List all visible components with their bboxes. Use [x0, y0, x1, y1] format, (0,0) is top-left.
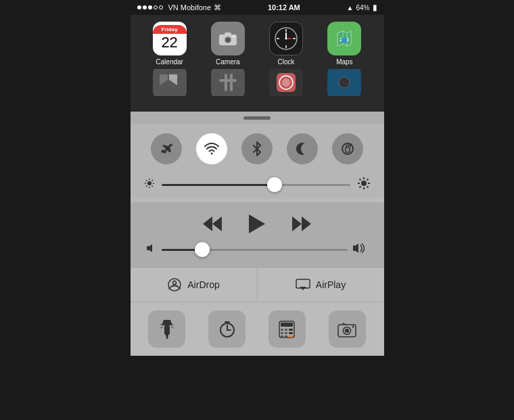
media-controls: [144, 209, 371, 239]
flashlight-button[interactable]: [148, 310, 185, 348]
partial-app-row: [131, 69, 384, 96]
svg-line-64: [160, 324, 162, 325]
partial-icon-2: [211, 69, 245, 96]
control-center: AirDrop AirPlay: [131, 124, 384, 356]
wifi-status-icon: ⌘: [214, 3, 221, 12]
cal-day: Friday: [153, 25, 187, 34]
do-not-disturb-button[interactable]: [287, 133, 318, 164]
svg-rect-81: [289, 335, 293, 337]
rewind-button[interactable]: [203, 216, 222, 231]
app-item-maps[interactable]: 280 Maps: [324, 22, 365, 66]
svg-rect-21: [230, 74, 233, 91]
brightness-row: [131, 171, 384, 198]
play-button[interactable]: [249, 214, 265, 233]
svg-marker-18: [160, 74, 168, 85]
airplane-mode-button[interactable]: [151, 133, 182, 164]
svg-marker-49: [203, 216, 212, 231]
calendar-icon: Friday 22: [153, 22, 187, 55]
dot2: [143, 5, 147, 9]
volume-high-icon: [353, 243, 368, 256]
svg-rect-76: [281, 332, 283, 334]
svg-rect-74: [285, 329, 287, 331]
svg-marker-52: [302, 216, 311, 231]
svg-rect-20: [225, 74, 227, 91]
clock-icon: [269, 22, 303, 55]
clock-label: Clock: [278, 58, 295, 66]
svg-rect-19: [219, 79, 237, 82]
app-item-clock[interactable]: Clock: [266, 22, 306, 66]
dot1: [137, 5, 141, 9]
maps-label: Maps: [336, 58, 352, 66]
svg-marker-53: [147, 244, 152, 252]
status-right: ▲ 64% ▮: [347, 3, 377, 12]
svg-point-24: [282, 78, 290, 87]
location-icon: ▲: [347, 4, 354, 11]
app-item-camera[interactable]: Camera: [208, 22, 248, 66]
brightness-track[interactable]: [162, 184, 350, 186]
svg-line-36: [151, 186, 153, 187]
media-section: [131, 202, 384, 267]
airplay-label: AirPlay: [316, 279, 346, 290]
maps-icon: 280: [327, 22, 361, 55]
phone-screen: VN Mobifone ⌘ 10:12 AM ▲ 64% ▮ Friday 22…: [131, 0, 384, 420]
wifi-button[interactable]: [196, 133, 227, 164]
app-icons-row: Friday 22 Calendar Camera: [131, 15, 384, 69]
svg-marker-59: [162, 320, 172, 325]
status-bar: VN Mobifone ⌘ 10:12 AM ▲ 64% ▮: [131, 0, 384, 15]
svg-rect-77: [285, 332, 287, 334]
svg-point-2: [225, 38, 230, 43]
svg-point-84: [345, 329, 349, 333]
svg-rect-80: [285, 335, 287, 337]
battery-percent: 64%: [356, 4, 369, 11]
airplay-icon: [296, 279, 310, 291]
fastforward-button[interactable]: [292, 216, 311, 231]
partial-icon-1: [153, 69, 187, 96]
camera-icon: [211, 22, 245, 55]
bluetooth-button[interactable]: [241, 133, 273, 164]
airplay-button[interactable]: AirPlay: [258, 268, 384, 302]
volume-thumb[interactable]: [195, 242, 210, 257]
svg-point-30: [147, 181, 151, 185]
svg-point-27: [211, 153, 213, 155]
status-left: VN Mobifone ⌘: [137, 3, 222, 12]
dot3: [148, 5, 152, 9]
svg-point-26: [339, 77, 350, 88]
carrier-name: VN Mobifone: [168, 3, 212, 11]
camera-shortcut-button[interactable]: [329, 310, 366, 348]
cal-date: 22: [161, 34, 177, 51]
svg-marker-51: [292, 216, 302, 231]
svg-rect-79: [281, 335, 283, 337]
airdrop-button[interactable]: AirDrop: [131, 268, 258, 302]
volume-track[interactable]: [162, 249, 348, 251]
rotation-lock-button[interactable]: [332, 133, 363, 164]
svg-line-45: [367, 187, 368, 188]
svg-line-65: [172, 324, 174, 325]
svg-line-47: [359, 187, 360, 188]
calculator-button[interactable]: [268, 310, 306, 348]
signal-dots: [137, 5, 163, 9]
svg-rect-72: [281, 323, 293, 327]
svg-marker-61: [166, 335, 168, 339]
svg-marker-54: [353, 243, 358, 253]
svg-line-44: [359, 179, 360, 181]
pull-handle-area[interactable]: [131, 112, 384, 124]
app-item-calendar[interactable]: Friday 22 Calendar: [149, 22, 190, 66]
app-screen: VN Mobifone ⌘ 10:12 AM ▲ 64% ▮ Friday 22…: [131, 0, 384, 112]
brightness-high-icon: [357, 177, 371, 193]
svg-point-4: [233, 36, 235, 38]
calendar-label: Calendar: [156, 58, 183, 66]
svg-line-37: [151, 180, 153, 181]
bottom-toolbar: [131, 302, 384, 356]
svg-rect-73: [281, 329, 283, 331]
volume-low-icon: [147, 243, 156, 256]
dot4: [154, 5, 158, 9]
airdrop-label: AirDrop: [187, 279, 219, 290]
svg-point-12: [285, 38, 287, 40]
brightness-thumb[interactable]: [267, 177, 282, 192]
partial-icon-4: [327, 69, 361, 96]
partial-icon-3: [269, 69, 303, 96]
timer-button[interactable]: [208, 310, 246, 348]
svg-rect-78: [289, 332, 293, 334]
svg-rect-75: [289, 329, 293, 331]
airdrop-airplay-row: AirDrop AirPlay: [131, 267, 384, 302]
